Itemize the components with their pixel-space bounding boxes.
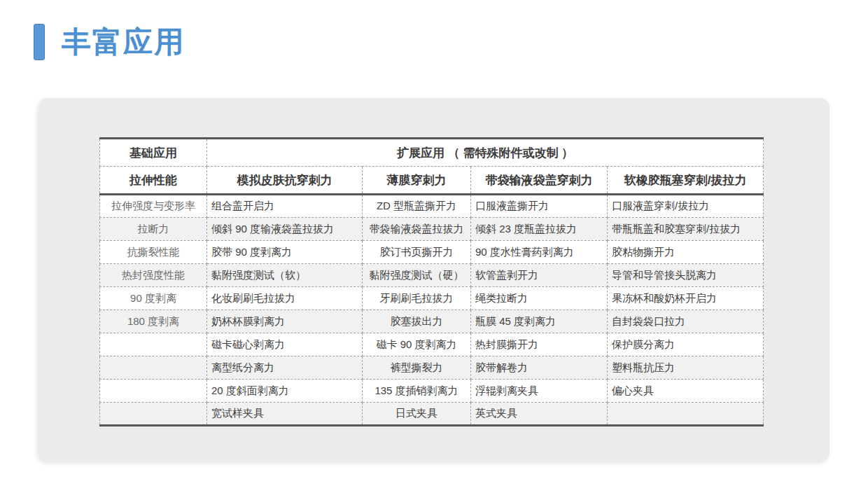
table-row: 20 度斜面剥离力 135 度插销剥离力 浮辊剥离夹具 偏心夹具 <box>100 380 764 403</box>
table-cell: 90 度水性膏药剥离力 <box>471 241 608 264</box>
table-cell: 磁卡 90 度剥离力 <box>363 333 471 356</box>
slide: 丰富应用 基础应用 扩展应用 （ 需特殊附件或改制 ） 拉伸性能 模拟皮肤抗穿刺… <box>0 0 868 493</box>
table-cell: 热封强度性能 <box>100 264 207 287</box>
table-row: 磁卡磁心剥离力 磁卡 90 度剥离力 热封膜撕开力 保护膜分离力 <box>100 333 764 356</box>
table-cell: 倾斜 90 度输液袋盖拉拔力 <box>207 218 363 241</box>
table-cell: 果冻杯和酸奶杯开启力 <box>608 287 764 310</box>
table-cell: 20 度斜面剥离力 <box>207 380 363 403</box>
table-cell: 抗撕裂性能 <box>100 241 207 264</box>
table-cell: 拉断力 <box>100 218 207 241</box>
table-row: 热封强度性能 黏附强度测试（软） 黏附强度测试（硬） 软管盖剥开力 导管和导管接… <box>100 264 764 287</box>
table-cell <box>100 356 207 380</box>
content-card: 基础应用 扩展应用 （ 需特殊附件或改制 ） 拉伸性能 模拟皮肤抗穿刺力 薄膜穿… <box>38 98 830 462</box>
table-cell: 带瓶瓶盖和胶塞穿刺/拉拔力 <box>608 218 764 241</box>
table-cell: 瓶膜 45 度剥离力 <box>471 310 608 333</box>
table-cell: 组合盖开启力 <box>207 195 363 218</box>
table-cell <box>100 333 207 356</box>
table-row: 180 度剥离 奶杯杯膜剥离力 胶塞拔出力 瓶膜 45 度剥离力 自封袋袋口拉力 <box>100 310 764 333</box>
table-header-row-group: 基础应用 扩展应用 （ 需特殊附件或改制 ） <box>100 139 764 167</box>
table-header-row-columns: 拉伸性能 模拟皮肤抗穿刺力 薄膜穿刺力 带袋输液袋盖穿刺力 软橡胶瓶塞穿刺/拔拉… <box>100 167 764 195</box>
table-cell <box>100 403 207 426</box>
column-header-film-puncture: 薄膜穿刺力 <box>363 167 471 195</box>
table-cell: 黏附强度测试（软） <box>207 264 363 287</box>
table-cell: ZD 型瓶盖撕开力 <box>363 195 471 218</box>
column-header-bag-cap-puncture: 带袋输液袋盖穿刺力 <box>471 167 608 195</box>
table-cell: 裤型撕裂力 <box>363 356 471 380</box>
table-cell: 导管和导管接头脱离力 <box>608 264 764 287</box>
table-cell: 口服液盖穿刺/拔拉力 <box>608 195 764 218</box>
table-cell: 拉伸强度与变形率 <box>100 195 207 218</box>
table-cell: 黏附强度测试（硬） <box>363 264 471 287</box>
table-cell: 英式夹具 <box>471 403 608 426</box>
table-cell: 日式夹具 <box>363 403 471 426</box>
table-cell: 胶带解卷力 <box>471 356 608 380</box>
table-cell: 磁卡磁心剥离力 <box>207 333 363 356</box>
header-extended-applications: 扩展应用 （ 需特殊附件或改制 ） <box>207 139 764 167</box>
table-cell: 保护膜分离力 <box>608 333 764 356</box>
table-cell: 化妆刷刷毛拉拔力 <box>207 287 363 310</box>
table-cell: 180 度剥离 <box>100 310 207 333</box>
table-row: 拉断力 倾斜 90 度输液袋盖拉拔力 带袋输液袋盖拉拔力 倾斜 23 度瓶盖拉拔… <box>100 218 764 241</box>
table-cell: 口服液盖撕开力 <box>471 195 608 218</box>
table-cell: 塑料瓶抗压力 <box>608 356 764 380</box>
header-basic-applications: 基础应用 <box>100 139 207 167</box>
table-row: 拉伸强度与变形率 组合盖开启力 ZD 型瓶盖撕开力 口服液盖撕开力 口服液盖穿刺… <box>100 195 764 218</box>
table-cell: 牙刷刷毛拉拔力 <box>363 287 471 310</box>
table-cell: 135 度插销剥离力 <box>363 380 471 403</box>
table-cell: 软管盖剥开力 <box>471 264 608 287</box>
table-cell: 自封袋袋口拉力 <box>608 310 764 333</box>
title-accent-bar <box>34 24 45 60</box>
applications-table: 基础应用 扩展应用 （ 需特殊附件或改制 ） 拉伸性能 模拟皮肤抗穿刺力 薄膜穿… <box>99 137 764 426</box>
table-row: 抗撕裂性能 胶带 90 度剥离力 胶订书页撕开力 90 度水性膏药剥离力 胶粘物… <box>100 241 764 264</box>
page-title: 丰富应用 <box>62 22 185 62</box>
table-cell: 胶带 90 度剥离力 <box>207 241 363 264</box>
column-header-rubber-stopper: 软橡胶瓶塞穿刺/拔拉力 <box>608 167 764 195</box>
table-cell <box>100 380 207 403</box>
table-cell: 离型纸分离力 <box>207 356 363 380</box>
table-cell: 90 度剥离 <box>100 287 207 310</box>
table-cell: 浮辊剥离夹具 <box>471 380 608 403</box>
table-cell: 奶杯杯膜剥离力 <box>207 310 363 333</box>
column-header-tensile: 拉伸性能 <box>100 167 207 195</box>
table-cell: 绳类拉断力 <box>471 287 608 310</box>
table-cell: 胶塞拔出力 <box>363 310 471 333</box>
column-header-skin-puncture: 模拟皮肤抗穿刺力 <box>207 167 363 195</box>
table-cell: 带袋输液袋盖拉拔力 <box>363 218 471 241</box>
table-row: 90 度剥离 化妆刷刷毛拉拔力 牙刷刷毛拉拔力 绳类拉断力 果冻杯和酸奶杯开启力 <box>100 287 764 310</box>
table-cell: 胶订书页撕开力 <box>363 241 471 264</box>
table-row: 宽试样夹具 日式夹具 英式夹具 <box>100 403 764 426</box>
table-row: 离型纸分离力 裤型撕裂力 胶带解卷力 塑料瓶抗压力 <box>100 356 764 380</box>
table-cell: 热封膜撕开力 <box>471 333 608 356</box>
table-cell: 倾斜 23 度瓶盖拉拔力 <box>471 218 608 241</box>
table-cell: 偏心夹具 <box>608 380 764 403</box>
table-cell: 胶粘物撕开力 <box>608 241 764 264</box>
table-cell: 宽试样夹具 <box>207 403 363 426</box>
title-block: 丰富应用 <box>34 22 185 62</box>
table-cell <box>608 403 764 426</box>
